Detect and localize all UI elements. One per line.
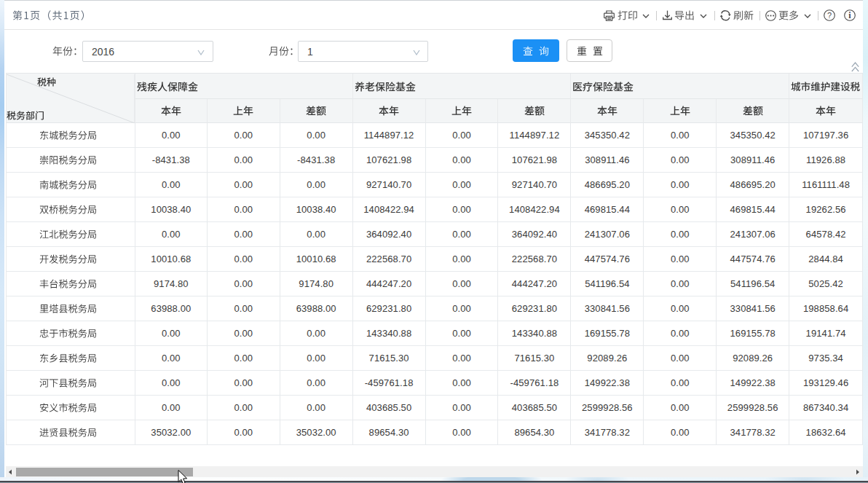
svg-text:i: i [848, 10, 851, 20]
svg-text:?: ? [827, 11, 832, 20]
